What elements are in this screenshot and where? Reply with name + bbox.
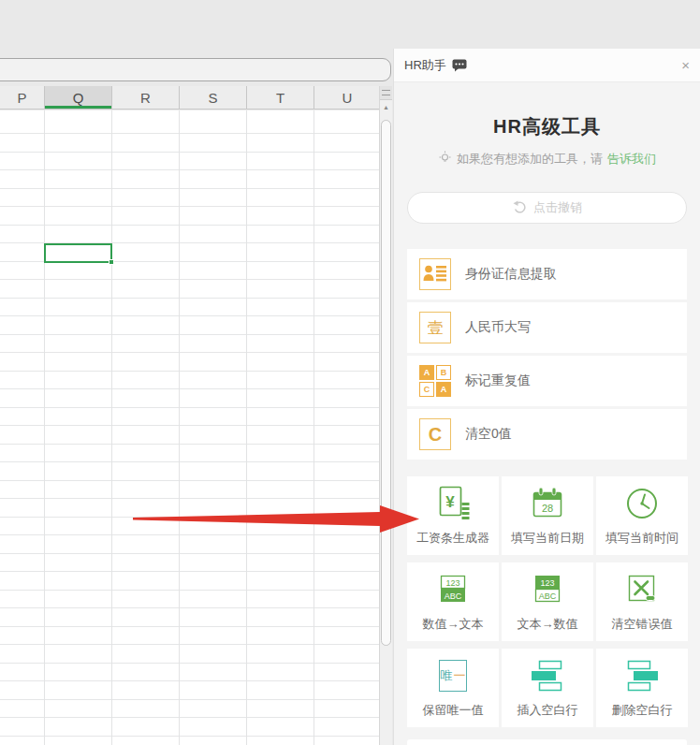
top-chrome [0,0,700,49]
tool-label: 保留唯一值 [423,702,484,719]
fill-handle[interactable] [109,259,114,265]
tool-label: 数值→文本 [423,616,484,633]
tool-label: 标记重复值 [465,372,531,389]
svg-text:¥: ¥ [445,493,455,511]
panel-body: HR高级工具 如果您有想添加的工具，请告诉我们 [394,114,700,745]
split-handle[interactable] [380,86,392,100]
svg-text:28: 28 [542,503,553,514]
insert-row-icon [502,649,593,703]
tool-mark-duplicates[interactable]: A B C A 标记重复值 [407,356,687,406]
unique-value-icon: 唯一 [407,649,499,703]
column-header-t[interactable]: T [247,86,314,109]
tool-clear-zero[interactable]: C 清空0值 [407,409,687,460]
column-headers: P Q R S T U [0,86,380,110]
duplicate-values-icon: A B C A [419,365,451,397]
tool-label: 填写当前日期 [511,530,584,547]
vertical-scrollbar[interactable]: ▲ [379,86,392,745]
chat-bubble-icon [452,59,467,72]
app-window: P Q R S T U ▲ HR助手 [0,0,700,745]
tool-fill-current-date[interactable]: 28 填写当前日期 [502,476,593,555]
close-icon[interactable]: × [681,58,690,72]
lightbulb-icon [438,151,452,168]
number-to-text-icon: 123 ABC [407,562,499,617]
tool-label: 文本→数值 [518,616,578,633]
column-header-u[interactable]: U [314,86,380,109]
undo-button[interactable]: 点击撤销 [407,192,687,224]
hr-assistant-panel: HR助手 × HR高级工具 [393,49,700,745]
id-card-icon [419,258,451,290]
red-arrow-annotation [129,503,423,536]
selected-cell[interactable] [44,243,112,263]
tool-insert-blank-rows[interactable]: 插入空白行 [502,649,593,727]
undo-arrow-icon [512,200,527,216]
tool-label: 清空0值 [465,426,512,443]
scroll-up-icon[interactable]: ▲ [380,102,392,113]
sheet-grid[interactable] [0,110,380,745]
formula-bar[interactable] [0,58,391,81]
tool-label: 填写当前时间 [605,530,678,547]
spreadsheet-area: P Q R S T U ▲ [0,49,393,745]
tool-fill-current-time[interactable]: 填写当前时间 [596,476,688,555]
svg-text:ABC: ABC [539,592,557,601]
tool-label: 清空错误值 [612,616,673,633]
page-title: HR高级工具 [407,114,687,139]
calendar-icon: 28 [502,476,593,531]
subtitle-text: 如果您有想添加的工具，请 [457,151,603,168]
tool-clear-error-values[interactable]: 清空错误值 [596,562,688,641]
subtitle-row: 如果您有想添加的工具，请告诉我们 [407,151,687,168]
tool-idcard-extract[interactable]: 身份证信息提取 [407,249,687,299]
grid-tools-section: ¥ 工资条生成器 [407,476,687,727]
column-header-p[interactable]: P [0,86,45,109]
svg-text:123: 123 [445,578,459,588]
tool-rmb-uppercase[interactable]: 壹 人民币大写 [407,302,687,353]
tell-us-link[interactable]: 告诉我们 [607,151,656,168]
tool-number-to-text[interactable]: 123 ABC 数值→文本 [407,562,499,641]
panel-header: HR助手 × [394,49,700,82]
scrollbar-thumb[interactable] [381,120,391,646]
tool-label: 插入空白行 [518,702,578,719]
tool-keep-unique-values[interactable]: 唯一 保留唯一值 [407,649,499,727]
tool-label: 身份证信息提取 [465,266,557,283]
list-tools-section: 身份证信息提取 壹 人民币大写 A B C A 标记重复值 C [407,249,687,460]
panel-title: HR助手 [404,57,446,74]
delete-row-icon [596,649,688,703]
clear-zero-icon: C [419,418,451,450]
svg-text:123: 123 [540,578,554,588]
tool-label: 工资条生成器 [416,530,489,547]
tool-label: 人民币大写 [465,319,531,336]
svg-text:ABC: ABC [445,592,462,601]
rmb-capital-icon: 壹 [419,312,451,343]
column-header-s[interactable]: S [180,86,247,109]
column-header-q-selected[interactable]: Q [45,86,112,109]
next-section-peek [407,739,687,745]
tool-label: 删除空白行 [612,702,673,719]
clear-error-icon [596,562,688,617]
column-header-r[interactable]: R [112,86,180,109]
tool-text-to-number[interactable]: 123 ABC 文本→数值 [502,562,593,641]
tool-delete-blank-rows[interactable]: 删除空白行 [596,649,688,727]
undo-label: 点击撤销 [533,199,582,216]
clock-icon [596,476,688,531]
text-to-number-icon: 123 ABC [502,562,593,617]
